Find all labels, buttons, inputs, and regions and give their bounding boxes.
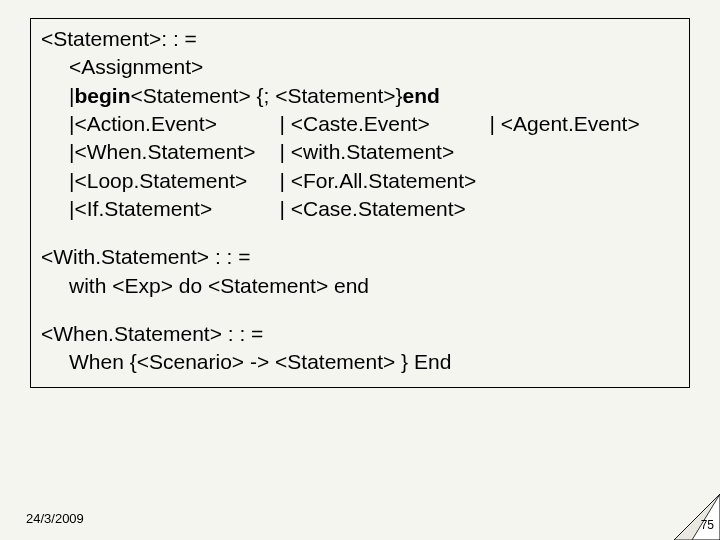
case-stmt: | <Case.Statement> bbox=[279, 195, 465, 223]
when-block: <When.Statement> : : = When {<Scenario> … bbox=[41, 320, 679, 377]
slide: <Statement>: : = <Assignment> | begin <S… bbox=[0, 0, 720, 540]
when-row: | <When.Statement>| <with.Statement> bbox=[41, 138, 679, 166]
begin-alt: | begin <Statement> {; <Statement>} end bbox=[41, 82, 679, 110]
page-number: 75 bbox=[701, 518, 714, 532]
if-stmt: <If.Statement> bbox=[74, 195, 279, 223]
forall-stmt: | <For.All.Statement> bbox=[279, 167, 476, 195]
if-row: | <If.Statement>| <Case.Statement> bbox=[41, 195, 679, 223]
end-kw: end bbox=[403, 82, 440, 110]
agent-event: | <Agent.Event> bbox=[489, 110, 639, 138]
stmt-head: <Statement>: : = bbox=[41, 25, 679, 53]
when-stmt: <When.Statement> bbox=[74, 138, 279, 166]
assignment-alt: <Assignment> bbox=[41, 53, 679, 81]
with-stmt-alt: | <with.Statement> bbox=[279, 138, 454, 166]
footer-date: 24/3/2009 bbox=[26, 511, 84, 526]
page-curl-icon bbox=[674, 494, 720, 540]
with-head: <With.Statement> : : = bbox=[41, 243, 679, 271]
when-body: When {<Scenario> -> <Statement> } End bbox=[41, 348, 679, 376]
caste-event: | <Caste.Event> bbox=[279, 110, 489, 138]
loop-row: | <Loop.Statement>| <For.All.Statement> bbox=[41, 167, 679, 195]
action-row: | <Action.Event>| <Caste.Event>| <Agent.… bbox=[41, 110, 679, 138]
with-body: with <Exp> do <Statement> end bbox=[41, 272, 679, 300]
when-head: <When.Statement> : : = bbox=[41, 320, 679, 348]
begin-mid: <Statement> {; <Statement>} bbox=[130, 82, 402, 110]
loop-stmt: <Loop.Statement> bbox=[74, 167, 279, 195]
begin-kw: begin bbox=[74, 82, 130, 110]
with-block: <With.Statement> : : = with <Exp> do <St… bbox=[41, 243, 679, 300]
action-event: <Action.Event> bbox=[74, 110, 279, 138]
grammar-box: <Statement>: : = <Assignment> | begin <S… bbox=[30, 18, 690, 388]
